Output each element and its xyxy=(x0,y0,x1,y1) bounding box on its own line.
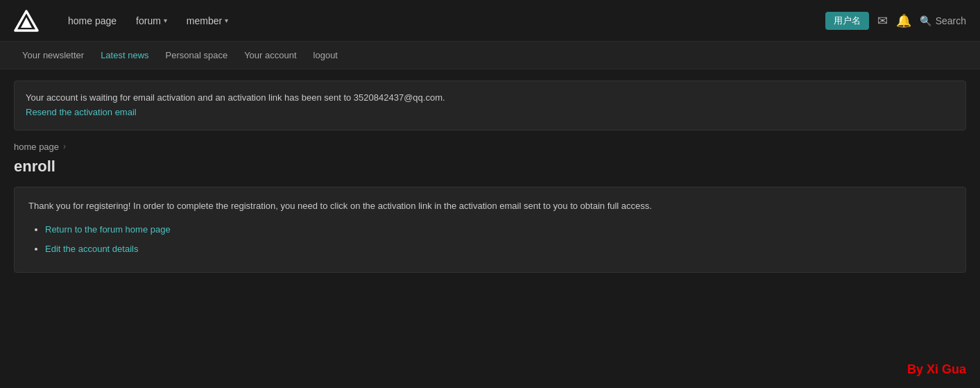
info-message: Thank you for registering! In order to c… xyxy=(28,199,952,214)
return-home-link[interactable]: Return to the forum home page xyxy=(45,224,171,235)
nav-links: home page forum ▾ member ▾ xyxy=(60,10,825,32)
breadcrumb: home page › xyxy=(14,142,966,152)
search-icon: 🔍 xyxy=(920,15,931,26)
top-navigation: home page forum ▾ member ▾ 用户名 ✉ 🔔 🔍 Sea… xyxy=(0,0,980,42)
breadcrumb-home[interactable]: home page xyxy=(14,142,59,152)
search-label: Search xyxy=(936,15,966,26)
search-button[interactable]: 🔍 Search xyxy=(920,15,966,26)
nav-member[interactable]: member ▾ xyxy=(178,10,237,32)
sec-nav-your-newsletter[interactable]: Your newsletter xyxy=(14,44,92,66)
main-content: home page › enroll Thank you for registe… xyxy=(0,142,980,273)
secondary-navigation: Your newsletter Latest news Personal spa… xyxy=(0,42,980,69)
page-title: enroll xyxy=(14,158,966,176)
info-links-list: Return to the forum home page Edit the a… xyxy=(28,222,952,257)
sec-nav-your-account[interactable]: Your account xyxy=(236,44,304,66)
sec-nav-latest-news[interactable]: Latest news xyxy=(92,44,157,66)
resend-activation-link[interactable]: Resend the activation email xyxy=(26,107,137,117)
watermark: By Xi Gua xyxy=(907,362,966,377)
chevron-down-icon: ▾ xyxy=(164,17,167,24)
chevron-down-icon: ▾ xyxy=(225,17,228,24)
user-badge[interactable]: 用户名 xyxy=(825,12,869,30)
list-item: Return to the forum home page xyxy=(45,222,952,237)
nav-forum[interactable]: forum ▾ xyxy=(128,10,175,32)
mail-icon[interactable]: ✉ xyxy=(877,13,888,28)
logo[interactable] xyxy=(14,8,39,33)
info-box: Thank you for registering! In order to c… xyxy=(14,187,966,273)
edit-account-link[interactable]: Edit the account details xyxy=(45,244,138,254)
bell-icon[interactable]: 🔔 xyxy=(896,13,911,28)
nav-home-page[interactable]: home page xyxy=(60,10,125,32)
nav-member-label: member xyxy=(187,15,222,26)
alert-banner: Your account is waiting for email activa… xyxy=(14,81,966,130)
breadcrumb-separator: › xyxy=(63,142,66,151)
sec-nav-logout[interactable]: logout xyxy=(305,44,346,66)
nav-forum-label: forum xyxy=(136,15,161,26)
alert-message: Your account is waiting for email activa… xyxy=(26,92,445,103)
nav-right: 用户名 ✉ 🔔 🔍 Search xyxy=(825,12,966,30)
sec-nav-personal-space[interactable]: Personal space xyxy=(157,44,237,66)
list-item: Edit the account details xyxy=(45,242,952,257)
